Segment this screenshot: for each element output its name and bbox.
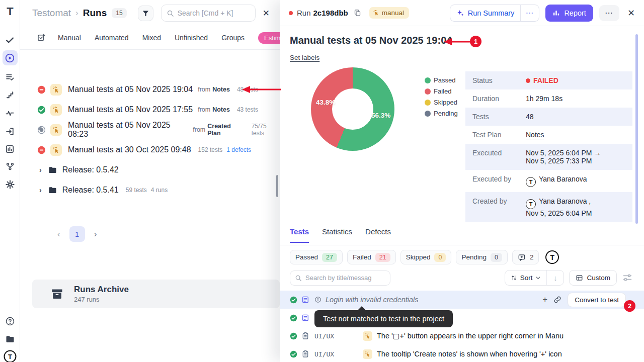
run-summary-split-button: Run Summary ···	[450, 5, 540, 22]
run-tests-count: 152 tests	[198, 146, 223, 153]
app-logo[interactable]: T	[3, 4, 18, 19]
assignee-avatar[interactable]: T	[545, 250, 559, 264]
failed-chip[interactable]: Failed21	[347, 250, 396, 264]
sign-in-icon[interactable]	[3, 124, 18, 139]
branch-icon[interactable]	[3, 159, 18, 174]
test-row[interactable]: Login with invalid credentials + Convert…	[280, 291, 644, 309]
run-info-table: Status FAILED Duration 1h 29m 18s Tests …	[465, 71, 632, 222]
chip-label: Passed	[295, 253, 318, 261]
info-row-plan: Test Plan Notes	[465, 126, 632, 144]
tab-statistics[interactable]: Statistics	[322, 227, 352, 242]
test-title[interactable]: The tooltip 'Create notes' is shown when…	[377, 350, 562, 358]
release-title[interactable]: Release: 0.5.42	[62, 165, 119, 174]
release-title[interactable]: Release: 0.5.41	[62, 186, 119, 195]
user-avatar[interactable]: T	[3, 349, 18, 362]
sliders-icon[interactable]	[622, 272, 634, 284]
tab-unfinished[interactable]: Unfinished	[175, 34, 208, 42]
test-title[interactable]: The '▢+' button appears in the upper rig…	[377, 332, 564, 340]
tab-tests[interactable]: Tests	[290, 227, 309, 243]
tab-mixed[interactable]: Mixed	[142, 34, 161, 42]
check-icon[interactable]	[3, 32, 18, 47]
more-options-button[interactable]: ···	[599, 5, 619, 21]
tests-search-input[interactable]	[305, 274, 383, 282]
runs-archive[interactable]: Runs Archive 247 runs	[32, 280, 280, 308]
report-button[interactable]: Report	[545, 5, 593, 22]
copy-icon[interactable]	[354, 9, 361, 17]
run-title[interactable]: Manual tests at 30 Oct 2025 09:48	[68, 145, 191, 154]
custom-view-button[interactable]: Custom	[569, 270, 617, 286]
test-row-actions: + Convert to test	[542, 291, 626, 309]
executed-by-value: Yana Baranova	[539, 175, 587, 183]
run-title[interactable]: Manual tests at 05 Nov 2025 17:55	[68, 105, 193, 114]
test-title[interactable]: Login with invalid credentials	[326, 296, 419, 304]
manual-run-icon	[50, 124, 62, 136]
pending-legend-dot	[425, 111, 431, 117]
play-circle-icon[interactable]	[3, 50, 18, 65]
donut-chart: 43.8% 56.3%	[311, 67, 394, 151]
info-label: Created by	[472, 197, 526, 217]
runs-search[interactable]	[161, 5, 256, 22]
set-labels-link[interactable]: Set labels	[290, 54, 319, 61]
info-row-duration: Duration 1h 29m 18s	[465, 89, 632, 108]
filter-button[interactable]	[138, 6, 153, 21]
search-clear-icon[interactable]: ✕	[263, 8, 270, 19]
help-icon[interactable]	[3, 314, 18, 329]
release-row[interactable]: › Release: 0.5.41 59 tests 4 runs	[20, 180, 280, 200]
tab-automated[interactable]: Automated	[95, 34, 129, 42]
pending-chip[interactable]: Pending0	[456, 250, 508, 264]
sort-arrows-icon	[511, 275, 517, 281]
run-title[interactable]: Manual tests at 05 Nov 2025 08:23	[68, 121, 188, 139]
run-row[interactable]: Manual tests at 05 Nov 2025 17:55 from N…	[20, 100, 280, 120]
prev-page-icon[interactable]: ‹	[57, 229, 60, 239]
run-title-heading: Manual tests at 05 Nov 2025 19:04	[290, 35, 452, 46]
archive-count: 247 runs	[74, 296, 129, 303]
comments-count: 2	[530, 253, 534, 261]
detail-header: Run 2c198dbb manual Run Summary ···	[280, 0, 644, 26]
info-label: Tests	[472, 113, 526, 121]
convert-to-test-button[interactable]: Convert to test	[568, 293, 626, 307]
chevron-right-icon[interactable]: ›	[39, 186, 42, 194]
passed-chip[interactable]: Passed27	[290, 250, 343, 264]
release-row[interactable]: › Release: 0.5.42	[20, 160, 280, 180]
tab-manual[interactable]: Manual	[58, 34, 81, 42]
breadcrumb-project[interactable]: Testomat	[32, 8, 71, 19]
select-runs-icon[interactable]	[37, 33, 46, 42]
chevron-right-icon[interactable]: ›	[39, 166, 42, 174]
chart-box-icon[interactable]	[3, 141, 18, 156]
list-check-icon[interactable]	[3, 69, 18, 84]
run-row[interactable]: Manual tests at 30 Oct 2025 09:48 152 te…	[20, 140, 280, 160]
passed-check-icon	[290, 296, 297, 304]
skipped-chip[interactable]: Skipped0	[400, 250, 452, 264]
run-summary-more-button[interactable]: ···	[520, 5, 539, 21]
tab-groups[interactable]: Groups	[221, 34, 245, 42]
link-icon[interactable]	[553, 296, 561, 304]
run-title[interactable]: Manual tests at 05 Nov 2025 19:04	[68, 85, 193, 94]
note-icon	[301, 296, 310, 304]
steps-icon[interactable]	[3, 87, 18, 103]
page-number[interactable]: 1	[69, 226, 85, 242]
failed-count-badge: 21	[375, 253, 390, 262]
close-panel-icon[interactable]: ✕	[627, 8, 635, 19]
run-row[interactable]: Manual tests at 05 Nov 2025 08:23 from C…	[20, 120, 280, 140]
run-defects-link[interactable]: 1 defects	[226, 146, 251, 153]
run-id: 2c198dbb	[313, 9, 348, 17]
sort-button[interactable]: Sort	[505, 270, 547, 285]
test-row[interactable]: UI/UX The tooltip 'Create notes' is show…	[280, 345, 644, 362]
next-page-icon[interactable]: ›	[94, 229, 97, 239]
tests-search[interactable]	[290, 270, 390, 286]
activity-icon[interactable]	[3, 106, 18, 121]
sparkles-icon	[456, 9, 464, 17]
gear-icon[interactable]	[3, 177, 18, 192]
runs-list-scrollbar[interactable]	[276, 175, 278, 197]
detail-scrollbar[interactable]	[635, 34, 638, 224]
run-row[interactable]: Manual tests at 05 Nov 2025 19:04 from N…	[20, 79, 280, 100]
test-plan-link[interactable]: Notes	[526, 131, 544, 139]
add-icon[interactable]: +	[542, 295, 547, 305]
sort-direction-button[interactable]: ↓	[546, 270, 564, 285]
folder-icon[interactable]	[3, 332, 18, 347]
run-summary-button[interactable]: Run Summary	[450, 5, 521, 21]
tab-defects[interactable]: Defects	[365, 227, 391, 242]
test-row[interactable]: UI/UX The '▢+' button appears in the upp…	[280, 327, 644, 345]
comments-chip[interactable]: 2	[512, 250, 539, 264]
runs-search-input[interactable]	[178, 9, 248, 17]
